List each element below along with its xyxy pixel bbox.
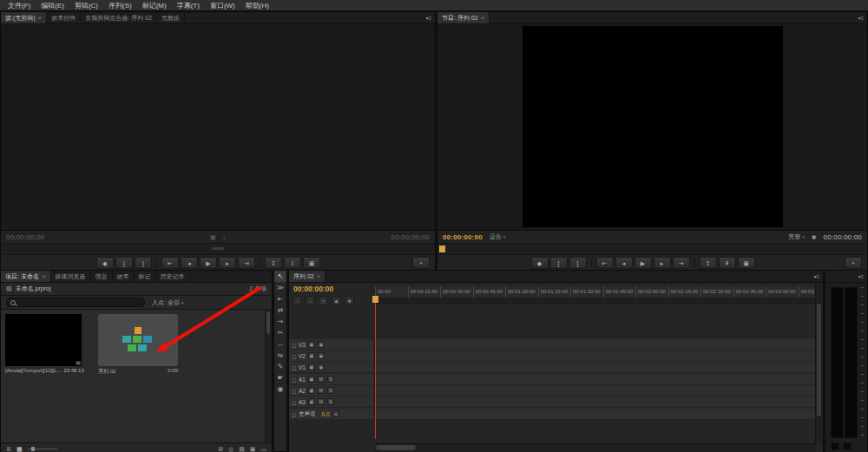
- go-to-out-button[interactable]: ⇥: [673, 257, 690, 269]
- track-output-toggle[interactable]: ◉: [318, 352, 325, 359]
- icon-view-button[interactable]: ▦: [16, 446, 23, 452]
- slide-tool[interactable]: ⇋: [274, 350, 286, 361]
- track-output-toggle[interactable]: ◉: [318, 364, 325, 370]
- clip-name[interactable]: [Airota][Yuruyuri][12][L...: [5, 368, 61, 373]
- timeline-horizontal-scrollbar-thumb[interactable]: [376, 445, 416, 450]
- clip-thumbnail[interactable]: ▤: [5, 314, 82, 366]
- lock-icon[interactable]: ◻: [292, 377, 296, 383]
- tab-source[interactable]: 源:(无剪辑) ×: [1, 12, 47, 23]
- timeline-settings-button[interactable]: ✱: [345, 296, 354, 305]
- menu-sequence[interactable]: 序列(S): [103, 0, 137, 11]
- menu-help[interactable]: 帮助(H): [240, 0, 274, 11]
- mute-button[interactable]: M: [318, 387, 325, 394]
- track-select-forward-tool[interactable]: ≫: [274, 282, 286, 293]
- tab-media-browser[interactable]: 媒体浏览器: [51, 271, 91, 282]
- mute-button[interactable]: M: [318, 376, 325, 383]
- add-marker-button[interactable]: ◆: [531, 257, 549, 269]
- panel-menu-icon[interactable]: ▾≡: [422, 12, 435, 23]
- solo-button[interactable]: S: [327, 387, 334, 394]
- snap-toggle[interactable]: ∩: [306, 296, 315, 305]
- drag-video-icon[interactable]: ▦: [210, 234, 216, 240]
- source-mini-timeline[interactable]: [1, 243, 435, 255]
- overwrite-button[interactable]: ⇩: [284, 257, 301, 269]
- project-scrollbar[interactable]: [265, 310, 272, 442]
- track-source-toggle[interactable]: ▣: [308, 398, 315, 405]
- razor-tool[interactable]: ✂: [274, 327, 286, 338]
- source-video-area[interactable]: [1, 24, 435, 231]
- nest-toggle[interactable]: ▫: [293, 296, 302, 305]
- lock-icon[interactable]: ◻: [292, 411, 296, 417]
- settings-wrench-icon[interactable]: ✱: [812, 234, 817, 240]
- export-frame-button[interactable]: ▣: [303, 257, 320, 269]
- close-icon[interactable]: ×: [42, 273, 46, 280]
- menu-title[interactable]: 字幕(T): [172, 0, 205, 11]
- tab-markers[interactable]: 标记: [135, 271, 156, 282]
- new-item-button[interactable]: ▣: [250, 446, 256, 452]
- project-item-clip[interactable]: ▤ [Airota][Yuruyuri][12][L... 23:48:13: [5, 314, 95, 373]
- go-to-in-button[interactable]: ⇤: [596, 257, 614, 269]
- tab-metadata[interactable]: 元数据: [157, 12, 185, 23]
- tab-audio-clip-mixer[interactable]: 音频剪辑混合器: 序列 02: [81, 12, 157, 23]
- lift-button[interactable]: ↥: [700, 257, 717, 269]
- linked-selection-toggle[interactable]: ⊂: [319, 296, 328, 305]
- hand-tool[interactable]: ☛: [274, 372, 286, 383]
- pen-tool[interactable]: ✎: [274, 361, 286, 372]
- selection-tool[interactable]: ↖: [274, 271, 286, 282]
- master-gain-value[interactable]: 0.0: [321, 411, 329, 417]
- sequence-thumbnail[interactable]: [98, 314, 178, 366]
- mark-in-button[interactable]: {: [550, 257, 568, 269]
- zoom-tool[interactable]: ◉: [274, 383, 286, 395]
- step-back-button[interactable]: ◂: [615, 257, 633, 269]
- track-lane-v3[interactable]: [375, 339, 816, 350]
- find-button[interactable]: ◎: [228, 446, 233, 452]
- lock-icon[interactable]: ◻: [292, 342, 296, 348]
- track-lane-a1[interactable]: [375, 374, 816, 384]
- rate-stretch-tool[interactable]: ⇝: [274, 316, 286, 327]
- panel-menu-icon[interactable]: ▾≡: [854, 12, 867, 23]
- time-ruler[interactable]: 00:00 00:00:15:00 00:00:30:00 00:00:45:0…: [375, 286, 816, 303]
- program-current-timecode[interactable]: 00:00:00:00: [443, 233, 483, 241]
- slip-tool[interactable]: ↔: [274, 338, 286, 350]
- close-icon[interactable]: ×: [317, 273, 321, 280]
- search-box[interactable]: [6, 298, 145, 307]
- panel-menu-icon[interactable]: ▾≡: [810, 271, 823, 282]
- button-editor-button[interactable]: +: [412, 257, 430, 269]
- program-video-area[interactable]: [437, 24, 867, 231]
- play-button[interactable]: ▶: [635, 257, 652, 269]
- playhead-handle[interactable]: [372, 296, 378, 303]
- add-marker-button[interactable]: ◆: [332, 296, 341, 305]
- drag-audio-icon[interactable]: ♪: [223, 234, 227, 240]
- track-lane-v1[interactable]: [375, 362, 816, 372]
- work-area-bar[interactable]: [375, 298, 816, 304]
- export-frame-button[interactable]: ▣: [738, 257, 755, 269]
- track-lane-master[interactable]: [375, 409, 816, 419]
- play-button[interactable]: ▶: [200, 257, 217, 269]
- rolling-edit-tool[interactable]: ⇄: [274, 305, 286, 316]
- tab-info[interactable]: 信息: [91, 271, 113, 282]
- lock-icon[interactable]: ◻: [292, 399, 296, 405]
- mark-out-button[interactable]: }: [569, 257, 587, 269]
- thumbnail-zoom-slider-thumb[interactable]: [31, 447, 35, 451]
- delete-button[interactable]: ▭: [260, 446, 266, 452]
- sequence-name[interactable]: 序列 02: [98, 368, 115, 376]
- go-to-out-button[interactable]: ⇥: [238, 257, 255, 269]
- ripple-edit-tool[interactable]: ⇤: [274, 293, 286, 305]
- track-lane-v2[interactable]: [375, 350, 816, 361]
- track-source-toggle[interactable]: ▣: [308, 376, 315, 383]
- add-marker-button[interactable]: ◆: [96, 257, 114, 269]
- search-input[interactable]: [18, 299, 141, 306]
- menu-marker[interactable]: 标记(M): [137, 0, 172, 11]
- project-bin-content[interactable]: ▤ [Airota][Yuruyuri][12][L... 23:48:13: [1, 310, 272, 442]
- program-playhead-marker[interactable]: [439, 246, 445, 252]
- mark-in-button[interactable]: {: [115, 257, 133, 269]
- timeline-horizontal-scrollbar[interactable]: [375, 443, 816, 452]
- lock-icon[interactable]: ◻: [292, 388, 296, 394]
- tab-program[interactable]: 节目: 序列 02 ×: [437, 12, 490, 23]
- track-source-toggle[interactable]: ▣: [308, 387, 315, 394]
- tab-sequence-02[interactable]: 序列 02 ×: [289, 271, 326, 282]
- timeline-vertical-scrollbar-thumb[interactable]: [817, 304, 821, 416]
- timeline-timecode[interactable]: 00:00:00:00: [293, 285, 333, 293]
- step-forward-button[interactable]: ▸: [654, 257, 671, 269]
- tab-effect-controls[interactable]: 效果控件: [47, 12, 81, 23]
- close-icon[interactable]: ×: [38, 15, 43, 22]
